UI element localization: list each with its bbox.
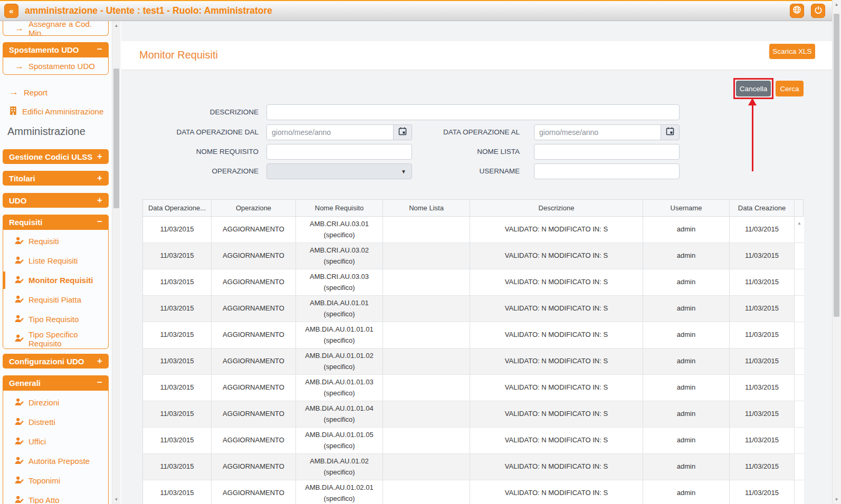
table-cell: VALIDATO: N MODIFICATO IN: S	[470, 322, 643, 348]
expand-plus-icon[interactable]: +	[97, 151, 102, 162]
col-header-data-operazione[interactable]: Data Operazione...	[143, 200, 212, 216]
user-edit-icon	[15, 256, 24, 266]
sidebar-item-spostamento-udo[interactable]: → Spostamento UDO	[3, 57, 108, 75]
data-operazione-dal-input[interactable]	[266, 124, 394, 140]
col-header-descrizione[interactable]: Descrizione	[470, 200, 643, 216]
page: « amministrazione - Utente : test1 - Ruo…	[0, 0, 841, 504]
table-cell	[383, 428, 470, 453]
sidebar-item-distretti[interactable]: Distretti	[3, 412, 108, 432]
sidebar-section-configurazioni-udo[interactable]: Configurazioni UDO +	[3, 354, 109, 369]
data-operazione-al-input[interactable]	[534, 124, 661, 140]
table-row[interactable]: 11/03/2015AGGIORNAMENTOAMB.DIA.AU.01.02(…	[143, 454, 803, 480]
table-cell: AGGIORNAMENTO	[212, 428, 296, 453]
table-cell: 11/03/2015	[730, 269, 795, 295]
cancella-button[interactable]: Cancella	[736, 81, 771, 96]
sidebar-item-assegnare-a-cod-min[interactable]: → Assegnare a Cod. Min.	[3, 21, 108, 35]
nome-lista-input[interactable]	[534, 144, 680, 160]
table-row[interactable]: 11/03/2015AGGIORNAMENTOAMB.DIA.AU.01.01.…	[143, 322, 803, 348]
data-operazione-al-group	[534, 124, 680, 140]
sidebar-section-titolari[interactable]: Titolari +	[3, 171, 109, 186]
table-row[interactable]: 11/03/2015AGGIORNAMENTOAMB.CRI.AU.03.01(…	[143, 217, 803, 243]
cerca-button[interactable]: Cerca	[776, 81, 804, 96]
expand-plus-icon[interactable]: +	[97, 356, 102, 366]
col-header-nome-requisito[interactable]: Nome Requisito	[296, 200, 383, 216]
table-row[interactable]: 11/03/2015AGGIORNAMENTOAMB.DIA.AU.01.01.…	[143, 348, 803, 375]
username-input[interactable]	[534, 163, 680, 179]
sidebar-item-requisiti[interactable]: Requisiti	[3, 231, 108, 251]
col-header-nome-lista[interactable]: Nome Lista	[383, 200, 470, 216]
page-scrollbar[interactable]: ▲ ▼	[832, 0, 841, 504]
cell-nome-requisito: AMB.DIA.AU.01.01.03(specifico)	[296, 375, 383, 401]
sidebar-section-udo[interactable]: UDO +	[3, 193, 109, 208]
page-title: Monitor Requisiti	[139, 49, 218, 61]
sidebar-item-report[interactable]: → Report	[9, 85, 47, 99]
table-cell: VALIDATO: N MODIFICATO IN: S	[470, 480, 643, 504]
scarica-xls-button[interactable]: Scarica XLS	[769, 44, 815, 59]
cell-nome-requisito: AMB.DIA.AU.01.01.05(specifico)	[296, 428, 383, 453]
table-cell	[383, 243, 470, 269]
table-cell: 11/03/2015	[143, 296, 212, 322]
globe-button[interactable]	[790, 4, 804, 18]
sidebar-item-direzioni[interactable]: Direzioni	[3, 393, 108, 412]
scroll-down-icon[interactable]: ▼	[112, 497, 120, 502]
table-cell: admin	[643, 454, 730, 480]
collapse-minus-icon[interactable]: −	[97, 44, 102, 55]
descrizione-input[interactable]	[266, 104, 680, 120]
cell-scrollbar-spacer	[795, 243, 804, 269]
sidebar-section-spostamento-udo[interactable]: Spostamento UDO −	[3, 42, 109, 57]
sidebar-item-label: Tipo Specifico Requisito	[28, 330, 108, 348]
table-cell: VALIDATO: N MODIFICATO IN: S	[470, 296, 643, 322]
sidebar-item-liste-requisiti[interactable]: Liste Requisiti	[3, 251, 108, 270]
sidebar-scrollbar[interactable]: ▲ ▼	[112, 21, 120, 504]
table-scroll-up-icon[interactable]: ▲	[797, 221, 801, 226]
sidebar-scrollbar-thumb[interactable]	[113, 69, 119, 208]
table-row[interactable]: 11/03/2015AGGIORNAMENTOAMB.DIA.AU.01.01(…	[143, 296, 803, 322]
sidebar-item-autorita-preposte[interactable]: Autorita Preposte	[3, 451, 108, 471]
col-header-scrollbar-spacer	[795, 200, 804, 216]
calendar-button[interactable]	[661, 124, 680, 140]
table-row[interactable]: 11/03/2015AGGIORNAMENTOAMB.DIA.AU.01.02.…	[143, 480, 803, 504]
table-row[interactable]: 11/03/2015AGGIORNAMENTOAMB.DIA.AU.01.01.…	[143, 428, 803, 454]
sidebar-group-title: Amministrazione	[7, 125, 85, 138]
sidebar-section-requisiti[interactable]: Requisiti −	[3, 215, 109, 229]
page-scrollbar-thumb[interactable]	[834, 14, 839, 317]
table-row[interactable]: 11/03/2015AGGIORNAMENTOAMB.CRI.AU.03.02(…	[143, 243, 803, 269]
table-cell: admin	[643, 296, 730, 322]
table-cell: AGGIORNAMENTO	[212, 269, 296, 295]
sidebar-section-gestione-codici-ulss[interactable]: Gestione Codici ULSS +	[3, 149, 109, 164]
scroll-up-icon[interactable]: ▲	[833, 2, 840, 7]
col-header-username[interactable]: Username	[643, 200, 730, 216]
sidebar-collapse-button[interactable]: «	[4, 4, 18, 18]
table-row[interactable]: 11/03/2015AGGIORNAMENTOAMB.CRI.AU.03.03(…	[143, 269, 803, 296]
sidebar-item-tipo-atto[interactable]: Tipo Atto	[3, 490, 108, 504]
sidebar-item-tipo-specifico-requisito[interactable]: Tipo Specifico Requisito	[3, 329, 108, 348]
col-header-operazione[interactable]: Operazione	[212, 200, 296, 216]
arrow-right-icon: →	[15, 23, 24, 34]
sidebar-item-label: Autorita Preposte	[28, 457, 90, 466]
sidebar-item-uffici[interactable]: Uffici	[3, 432, 108, 451]
scroll-up-icon[interactable]: ▲	[112, 23, 120, 28]
sidebar-item-edifici-amministrazione[interactable]: Edifici Amministrazione	[9, 104, 103, 118]
scroll-down-icon[interactable]: ▼	[833, 497, 840, 502]
section-label: UDO	[9, 196, 26, 205]
spostamento-box: → Spostamento UDO	[3, 57, 109, 75]
sidebar-item-requisiti-piatta[interactable]: Requisiti Piatta	[3, 290, 108, 309]
sidebar-item-toponimi[interactable]: Toponimi	[3, 471, 108, 490]
cell-scrollbar-spacer	[795, 375, 804, 401]
calendar-icon	[666, 127, 674, 138]
cell-nome-requisito: AMB.DIA.AU.01.01.04(specifico)	[296, 401, 383, 427]
table-row[interactable]: 11/03/2015AGGIORNAMENTOAMB.DIA.AU.01.01.…	[143, 401, 803, 428]
expand-plus-icon[interactable]: +	[97, 173, 102, 183]
table-row[interactable]: 11/03/2015AGGIORNAMENTOAMB.DIA.AU.01.01.…	[143, 375, 803, 401]
power-logout-button[interactable]	[811, 4, 825, 18]
sidebar-section-generali[interactable]: Generali −	[3, 375, 109, 390]
table-cell: admin	[643, 375, 730, 401]
expand-plus-icon[interactable]: +	[97, 195, 102, 206]
sidebar-item-monitor-requisiti[interactable]: Monitor Requisiti	[3, 270, 108, 290]
collapse-minus-icon[interactable]: −	[97, 217, 102, 227]
username-label: USERNAME	[389, 163, 520, 179]
col-header-data-creazione[interactable]: Data Creazione	[730, 200, 795, 216]
sidebar-item-tipo-requisito[interactable]: Tipo Requisito	[3, 309, 108, 329]
collapse-minus-icon[interactable]: −	[97, 377, 102, 388]
title-band: Monitor Requisiti	[121, 41, 832, 70]
